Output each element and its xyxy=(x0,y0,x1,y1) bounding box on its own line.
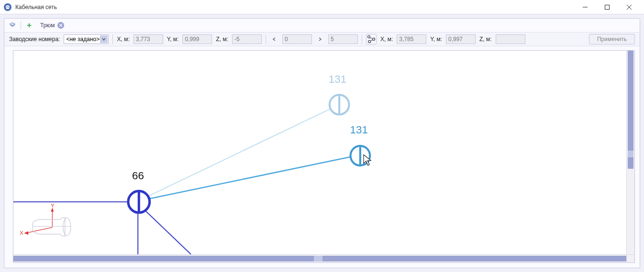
tab-label: Трюм xyxy=(40,22,55,29)
toolbar: Заводские номера: <не задано> X, м: Y, м… xyxy=(4,32,640,46)
z2-label: Z, м: xyxy=(479,36,492,43)
content-box: Трюм Заводские номера: <не задано> X, м:… xyxy=(4,18,640,268)
add-tab-button[interactable] xyxy=(24,20,34,31)
app-icon xyxy=(4,3,11,11)
apply-button[interactable]: Применить xyxy=(589,34,635,44)
separator xyxy=(266,34,266,44)
svg-point-9 xyxy=(368,36,370,38)
y2-field[interactable] xyxy=(446,34,476,44)
serial-combo[interactable]: <не задано> xyxy=(64,34,109,44)
separator xyxy=(362,34,362,44)
maximize-button[interactable] xyxy=(596,0,618,14)
svg-line-29 xyxy=(25,228,52,233)
z1-label: Z, м: xyxy=(216,36,228,43)
canvas-outer: 131 131 xyxy=(4,46,640,268)
range-lo-field[interactable] xyxy=(282,34,312,44)
svg-text:Y: Y xyxy=(51,203,55,208)
tab-hold[interactable]: Трюм xyxy=(37,21,67,30)
range-hi-field[interactable] xyxy=(328,34,358,44)
svg-text:66: 66 xyxy=(132,170,144,182)
axis-gizmo: Y X xyxy=(20,203,71,236)
y1-label: Y, м: xyxy=(167,36,179,43)
title-bar: Кабельная сеть xyxy=(0,0,644,14)
graph-tool-button[interactable] xyxy=(366,34,377,44)
close-button[interactable] xyxy=(618,0,640,14)
svg-line-12 xyxy=(370,38,373,39)
diagram-viewport[interactable]: 131 131 xyxy=(13,51,626,254)
svg-line-18 xyxy=(149,157,352,199)
x1-field[interactable] xyxy=(133,34,163,44)
y1-field[interactable] xyxy=(182,34,212,44)
x1-label: X, м: xyxy=(117,36,129,43)
tab-close-icon[interactable] xyxy=(57,22,64,29)
separator xyxy=(112,34,113,44)
horizontal-scrollbar[interactable] xyxy=(13,254,626,262)
svg-text:131: 131 xyxy=(350,124,368,136)
x2-field[interactable] xyxy=(397,34,426,44)
ghost-node-131: 131 xyxy=(329,73,349,115)
canvas[interactable]: 131 131 xyxy=(13,50,635,263)
svg-text:X: X xyxy=(20,230,23,236)
range-next-button[interactable] xyxy=(316,34,324,44)
window-title: Кабельная сеть xyxy=(15,4,57,11)
svg-line-16 xyxy=(145,210,191,254)
tab-separator xyxy=(21,21,21,30)
layers-icon[interactable] xyxy=(7,20,18,31)
svg-rect-2 xyxy=(605,5,610,9)
svg-text:131: 131 xyxy=(329,73,346,85)
vertical-scrollbar[interactable] xyxy=(626,51,634,254)
node-66[interactable]: 66 xyxy=(128,170,150,213)
range-prev-button[interactable] xyxy=(270,34,278,44)
window-controls xyxy=(574,0,640,14)
z2-field[interactable] xyxy=(496,34,525,44)
serial-label: Заводские номера: xyxy=(9,36,60,43)
z1-field[interactable] xyxy=(232,34,262,44)
svg-point-32 xyxy=(63,218,71,236)
svg-line-17 xyxy=(148,108,332,196)
scroll-corner xyxy=(626,254,634,262)
x2-label: X, м: xyxy=(380,36,393,43)
tab-row: Трюм xyxy=(4,19,640,32)
minimize-button[interactable] xyxy=(574,0,596,14)
svg-line-13 xyxy=(370,40,373,41)
y2-label: Y, м: xyxy=(430,36,442,43)
serial-select[interactable]: <не задано> xyxy=(64,34,109,44)
